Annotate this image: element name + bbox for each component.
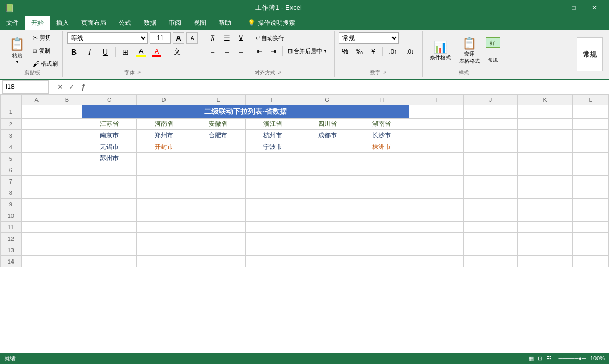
row-header-2[interactable]: 2 [1, 119, 22, 130]
cell-c1-title[interactable]: 二级联动下拉列表-省数据 [82, 105, 409, 119]
cell-c3[interactable]: 南京市 [82, 130, 137, 141]
cell-f5[interactable] [246, 153, 300, 164]
font-group-expand-icon[interactable]: ↗ [137, 70, 141, 75]
cell-j5[interactable] [463, 153, 518, 164]
col-header-d[interactable]: D [136, 95, 191, 105]
increase-font-button[interactable]: A [173, 32, 184, 44]
col-header-k[interactable]: K [518, 95, 573, 105]
cell-l3[interactable] [573, 130, 609, 141]
cell-c4[interactable]: 无锡市 [82, 141, 137, 153]
col-header-e[interactable]: E [191, 95, 246, 105]
cell-a2[interactable] [21, 119, 52, 130]
cell-c2[interactable]: 江苏省 [82, 119, 137, 130]
cell-d2[interactable]: 河南省 [136, 119, 191, 130]
col-header-j[interactable]: J [463, 95, 518, 105]
copy-button[interactable]: ⧉ 复制 [31, 45, 59, 56]
cell-b4[interactable] [52, 141, 82, 153]
close-button[interactable]: ✕ [584, 0, 605, 16]
paste-button[interactable]: 📋 粘贴 ▼ [5, 35, 29, 67]
menu-item-pagelayout[interactable]: 页面布局 [75, 16, 112, 30]
cell-d5[interactable] [136, 153, 191, 164]
cell-j4[interactable] [463, 141, 518, 153]
cell-i4[interactable] [409, 141, 464, 153]
row-header-5[interactable]: 5 [1, 153, 22, 164]
cell-reference-box[interactable]: I18 [2, 80, 49, 94]
cell-g5[interactable] [300, 153, 354, 164]
cut-button[interactable]: ✂ 剪切 [31, 32, 59, 43]
cell-b5[interactable] [52, 153, 82, 164]
cell-g3[interactable]: 成都市 [300, 130, 354, 141]
col-header-a[interactable]: A [21, 95, 52, 105]
cell-i1[interactable] [409, 105, 464, 119]
cell-f4[interactable]: 宁波市 [246, 141, 300, 153]
conditional-format-button[interactable]: 📊 条件格式 [427, 35, 454, 67]
col-header-h[interactable]: H [354, 95, 409, 105]
formula-input[interactable] [93, 80, 609, 94]
bold-button[interactable]: B [67, 45, 81, 59]
col-header-l[interactable]: L [573, 95, 609, 105]
cell-e3[interactable]: 合肥市 [191, 130, 246, 141]
cell-g4[interactable] [300, 141, 354, 153]
menu-item-help[interactable]: 帮助 [212, 16, 237, 30]
col-header-b[interactable]: B [52, 95, 82, 105]
alignment-expand-icon[interactable]: ↗ [277, 70, 282, 75]
cell-h2[interactable]: 湖南省 [354, 119, 409, 130]
cell-i5[interactable] [409, 153, 464, 164]
cell-styles-button[interactable]: 好 常规 [485, 37, 501, 64]
cell-h4[interactable]: 株洲市 [354, 141, 409, 153]
cell-k2[interactable] [518, 119, 573, 130]
cell-h3[interactable]: 长沙市 [354, 130, 409, 141]
cell-i2[interactable] [409, 119, 464, 130]
spreadsheet-container[interactable]: A B C D E F G H I J K L 1 二级联动下拉列表-省数据 [0, 94, 609, 346]
menu-item-file[interactable]: 文件 [0, 16, 25, 30]
number-expand-icon[interactable]: ↗ [383, 70, 387, 75]
cell-f3[interactable]: 杭州市 [246, 130, 300, 141]
align-center-button[interactable]: ≡ [221, 45, 233, 57]
menu-item-formula[interactable]: 公式 [112, 16, 137, 30]
cell-j1[interactable] [463, 105, 518, 119]
formula-confirm-icon[interactable]: ✓ [66, 81, 78, 93]
minimize-button[interactable]: ─ [542, 0, 563, 16]
thousands-button[interactable]: ‰ [353, 46, 365, 57]
row-header-3[interactable]: 3 [1, 130, 22, 141]
cell-e2[interactable]: 安徽省 [191, 119, 246, 130]
merge-center-button[interactable]: ⊞ 合并后居中 ▼ [285, 46, 330, 57]
font-size-input[interactable] [150, 32, 171, 44]
border-button[interactable]: ⊞ [119, 45, 132, 59]
cell-a1[interactable] [21, 105, 52, 119]
menu-item-insert[interactable]: 插入 [50, 16, 75, 30]
cell-f2[interactable]: 浙江省 [246, 119, 300, 130]
col-header-f[interactable]: F [246, 95, 300, 105]
italic-button[interactable]: I [83, 45, 96, 59]
decrease-font-button[interactable]: A [186, 32, 198, 44]
cell-k5[interactable] [518, 153, 573, 164]
increase-decimal-button[interactable]: .0↑ [385, 46, 401, 57]
cell-l4[interactable] [573, 141, 609, 153]
maximize-button[interactable]: □ [563, 0, 584, 16]
cell-k3[interactable] [518, 130, 573, 141]
cell-h5[interactable] [354, 153, 409, 164]
align-left-button[interactable]: ≡ [207, 45, 219, 57]
cell-l2[interactable] [573, 119, 609, 130]
cell-b1[interactable] [52, 105, 82, 119]
align-top-button[interactable]: ⊼ [207, 32, 219, 44]
cell-g2[interactable]: 四川省 [300, 119, 354, 130]
currency-button[interactable]: ¥ [367, 46, 379, 57]
align-right-button[interactable]: ≡ [235, 45, 247, 57]
font-color-button[interactable]: A [150, 45, 163, 59]
align-middle-button[interactable]: ☰ [221, 32, 233, 44]
cell-a3[interactable] [21, 130, 52, 141]
cell-j2[interactable] [463, 119, 518, 130]
cell-e5[interactable] [191, 153, 246, 164]
align-bottom-button[interactable]: ⊻ [235, 32, 247, 44]
cell-d3[interactable]: 郑州市 [136, 130, 191, 141]
cell-k4[interactable] [518, 141, 573, 153]
cell-e4[interactable] [191, 141, 246, 153]
col-header-c[interactable]: C [82, 95, 137, 105]
cell-k1[interactable] [518, 105, 573, 119]
menu-item-data[interactable]: 数据 [137, 16, 162, 30]
cell-b3[interactable] [52, 130, 82, 141]
wrap-text-button[interactable]: ↵ 自动换行 [253, 33, 287, 44]
cell-i3[interactable] [409, 130, 464, 141]
row-header-1[interactable]: 1 [1, 105, 22, 119]
